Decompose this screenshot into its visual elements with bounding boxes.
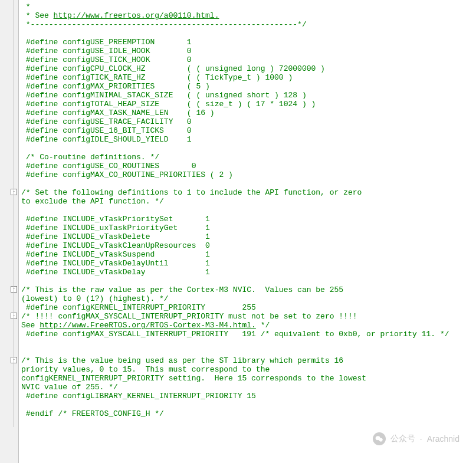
code-line: /* This is the value being used as per t… xyxy=(21,356,476,365)
code-area: * * See http://www.freertos.org/a00110.h… xyxy=(19,0,476,463)
code-line: See http://www.FreeRTOS.org/RTOS-Cortex-… xyxy=(21,321,476,330)
code-line: #define configTOTAL_HEAP_SIZE ( ( size_t… xyxy=(21,100,476,109)
code-line: #define INCLUDE_vTaskCleanUpResources 0 xyxy=(21,241,476,250)
code-line: #define configMAX_PRIORITIES ( 5 ) xyxy=(21,82,476,91)
code-line: /* Set the following definitions to 1 to… xyxy=(21,188,476,197)
code-line: /* !!!! configMAX_SYSCALL_INTERRUPT_PRIO… xyxy=(21,312,476,321)
url-link[interactable]: http://www.FreeRTOS.org/RTOS-Cortex-M3-M… xyxy=(40,321,256,330)
code-line: #define configMAX_TASK_NAME_LEN ( 16 ) xyxy=(21,109,476,117)
code-line: #define configMAX_CO_ROUTINE_PRIORITIES … xyxy=(21,170,476,179)
code-line: configKERNEL_INTERRUPT_PRIORITY setting.… xyxy=(21,374,476,383)
url-link[interactable]: http://www.freertos.org/a00110.html. xyxy=(54,11,219,20)
code-line: priority values, 0 to 15. This must corr… xyxy=(21,365,476,374)
code-line: #endif /* FREERTOS_CONFIG_H */ xyxy=(21,409,476,418)
code-line: #define configCPU_CLOCK_HZ ( ( unsigned … xyxy=(21,64,476,73)
code-line: #define INCLUDE_uxTaskPriorityGet 1 xyxy=(21,224,476,232)
watermark-name: Arachnid xyxy=(427,434,459,444)
code-line: /* This is the raw value as per the Cort… xyxy=(21,285,476,294)
code-line: #define INCLUDE_vTaskDelay 1 xyxy=(21,268,476,277)
code-line: #define INCLUDE_vTaskSuspend 1 xyxy=(21,250,476,259)
code-line: #define configUSE_PREEMPTION 1 xyxy=(21,38,476,47)
code-line: #define configUSE_TRACE_FACILITY 0 xyxy=(21,117,476,126)
code-line xyxy=(21,206,476,215)
code-gutter: ---- xyxy=(0,0,19,463)
code-line xyxy=(21,347,476,356)
watermark: 公众号 · Arachnid xyxy=(373,432,459,445)
watermark-label: 公众号 xyxy=(390,434,415,444)
code-line xyxy=(21,179,476,188)
code-line xyxy=(21,29,476,38)
wechat-icon xyxy=(373,432,386,445)
code-line: #define configMINIMAL_STACK_SIZE ( ( uns… xyxy=(21,91,476,100)
code-line xyxy=(21,418,476,427)
code-line: * xyxy=(21,2,476,11)
code-line: #define INCLUDE_vTaskDelayUntil 1 xyxy=(21,259,476,268)
code-line: /* Co-routine definitions. */ xyxy=(21,153,476,162)
code-line xyxy=(21,339,476,347)
code-line: #define configIDLE_SHOULD_YIELD 1 xyxy=(21,135,476,144)
code-line: to exclude the API function. */ xyxy=(21,197,476,206)
code-line: #define configUSE_CO_ROUTINES 0 xyxy=(21,162,476,170)
code-line: (lowest) to 0 (1?) (highest). */ xyxy=(21,294,476,303)
code-line: * See http://www.freertos.org/a00110.htm… xyxy=(21,11,476,20)
code-line: #define configMAX_SYSCALL_INTERRUPT_PRIO… xyxy=(21,330,476,339)
code-line: #define configUSE_16_BIT_TICKS 0 xyxy=(21,126,476,135)
code-line: #define configLIBRARY_KERNEL_INTERRUPT_P… xyxy=(21,392,476,400)
code-line xyxy=(21,400,476,409)
code-line: #define configUSE_TICK_HOOK 0 xyxy=(21,55,476,64)
code-line: #define configUSE_IDLE_HOOK 0 xyxy=(21,47,476,55)
fold-guide xyxy=(14,0,14,427)
code-line xyxy=(21,144,476,153)
watermark-sep: · xyxy=(420,434,422,444)
code-line: NVIC value of 255. */ xyxy=(21,383,476,392)
code-line: #define INCLUDE_vTaskPrioritySet 1 xyxy=(21,215,476,224)
code-line: #define configKERNEL_INTERRUPT_PRIORITY … xyxy=(21,303,476,312)
code-line: #define INCLUDE_vTaskDelete 1 xyxy=(21,232,476,241)
code-line xyxy=(21,277,476,285)
code-line: *---------------------------------------… xyxy=(21,20,476,29)
code-line: #define configTICK_RATE_HZ ( ( TickType_… xyxy=(21,73,476,82)
